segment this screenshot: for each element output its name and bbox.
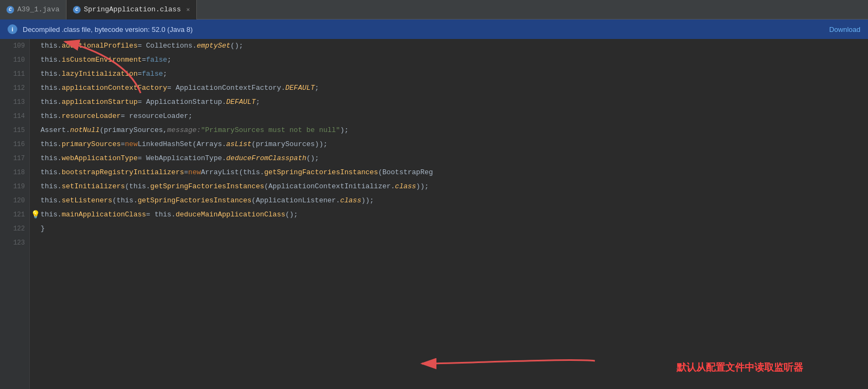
code-line: this.applicationContextFactory = Applica… xyxy=(41,81,868,95)
tab-icon-springapp: C xyxy=(73,6,81,14)
code-token: (ApplicationListener. xyxy=(251,194,340,208)
code-token: = ApplicationContextFactory. xyxy=(167,81,285,95)
code-token: this. xyxy=(41,53,62,67)
code-token: )); xyxy=(361,194,374,208)
code-token: (); xyxy=(286,208,298,222)
code-token: ; xyxy=(315,81,319,95)
code-token: this. xyxy=(41,67,62,81)
tab-label-springapp: SpringApplication.class xyxy=(84,5,181,14)
code-token: this. xyxy=(41,208,62,222)
code-token: )); xyxy=(416,180,428,194)
code-line: this.setListeners(this.getSpringFactorie… xyxy=(41,194,868,208)
code-token: (primarySources, xyxy=(100,123,167,137)
code-token: this. xyxy=(41,166,62,180)
line-number: 121 xyxy=(4,208,25,222)
code-token: false xyxy=(142,67,163,81)
code-token: DEFAULT xyxy=(226,95,256,109)
line-number: 112 xyxy=(4,81,25,95)
code-line: this.setInitializers(this.getSpringFacto… xyxy=(41,180,868,194)
code-line: this.bootstrapRegistryInitializers = new… xyxy=(41,166,868,180)
tab-a39[interactable]: C A39_1.java xyxy=(0,0,67,19)
code-token: getSpringFactoriesInstances xyxy=(150,180,264,194)
line-number: 117 xyxy=(4,151,25,166)
code-token: this. xyxy=(41,95,62,109)
line-number: 116 xyxy=(4,137,25,151)
code-token: = this. xyxy=(146,208,176,222)
code-token: this. xyxy=(41,151,62,166)
code-token: this. xyxy=(41,81,62,95)
code-token: applicationStartup xyxy=(62,95,137,109)
code-line: Assert.notNull(primarySources, message: … xyxy=(41,123,868,137)
code-token: class xyxy=(395,180,416,194)
line-number: 113 xyxy=(4,95,25,109)
code-token: = xyxy=(137,67,142,81)
tab-label-a39: A39_1.java xyxy=(17,5,59,14)
code-token: (); xyxy=(307,151,319,166)
code-area: 1091101111121131141151161171181191201211… xyxy=(0,39,868,389)
line-number: 115 xyxy=(4,123,25,137)
code-token: false xyxy=(146,53,167,67)
code-token: isCustomEnvironment xyxy=(62,53,142,67)
code-line: this.additionalProfiles = Collections.em… xyxy=(41,39,868,53)
code-token: setInitializers xyxy=(62,180,125,194)
code-token: (this. xyxy=(125,180,150,194)
code-token: Assert. xyxy=(41,123,70,137)
info-bar-left: i Decompiled .class file, bytecode versi… xyxy=(8,24,193,34)
line-number: 118 xyxy=(4,166,25,180)
code-token: ); xyxy=(340,123,349,137)
line-number: 120 xyxy=(4,194,25,208)
code-line: this.applicationStartup = ApplicationSta… xyxy=(41,95,868,109)
code-token: (this. xyxy=(112,194,138,208)
tab-close-springapp[interactable]: ✕ xyxy=(186,6,190,13)
code-token: this. xyxy=(41,109,62,123)
code-token: LinkedHashSet(Arrays. xyxy=(137,137,226,151)
code-token: emptySet xyxy=(197,39,230,53)
bulb-icon[interactable]: 💡 xyxy=(31,208,40,222)
code-token: this. xyxy=(41,180,62,194)
code-token: = ApplicationStartup. xyxy=(137,95,226,109)
code-token: = xyxy=(142,53,146,67)
code-token: ; xyxy=(163,67,167,81)
code-token: (BootstrapReg xyxy=(378,166,433,180)
info-message: Decompiled .class file, bytecode version… xyxy=(23,25,193,34)
code-token: ArrayList(this. xyxy=(201,166,264,180)
code-token: new xyxy=(125,137,137,151)
tab-icon-a39: C xyxy=(6,6,14,14)
code-token: (primarySources)); xyxy=(251,137,327,151)
chinese-annotation: 默认从配置文件中读取监听器 xyxy=(677,361,803,374)
code-token: class xyxy=(340,194,361,208)
download-button[interactable]: Download xyxy=(829,25,860,34)
code-token: mainApplicationClass xyxy=(62,208,146,222)
code-token: applicationContextFactory xyxy=(62,81,167,95)
code-token: this. xyxy=(41,137,62,151)
line-numbers: 1091101111121131141151161171181191201211… xyxy=(0,39,30,389)
line-number: 111 xyxy=(4,67,25,81)
code-token: this. xyxy=(41,194,62,208)
line-number: 114 xyxy=(4,109,25,123)
code-token: getSpringFactoriesInstances xyxy=(264,166,379,180)
code-token: getSpringFactoriesInstances xyxy=(137,194,251,208)
info-bar: i Decompiled .class file, bytecode versi… xyxy=(0,19,868,39)
code-token: } xyxy=(41,222,45,236)
line-number: 109 xyxy=(4,39,25,53)
code-token: lazyInitialization xyxy=(62,67,137,81)
code-token: ; xyxy=(167,53,171,67)
line-number: 122 xyxy=(4,222,25,236)
code-line: this.resourceLoader = resourceLoader; xyxy=(41,109,868,123)
code-line: this.primarySources = new LinkedHashSet(… xyxy=(41,137,868,151)
info-icon: i xyxy=(8,24,17,34)
code-line: } xyxy=(41,222,868,236)
code-token: resourceLoader xyxy=(62,109,121,123)
code-token: additionalProfiles xyxy=(62,39,137,53)
code-token: ; xyxy=(256,95,260,109)
code-token: "PrimarySources must not be null" xyxy=(201,123,340,137)
tab-springapp[interactable]: C SpringApplication.class ✕ xyxy=(67,0,197,19)
code-token: webApplicationType xyxy=(62,151,137,166)
line-number: 119 xyxy=(4,180,25,194)
code-token: (ApplicationContextInitializer. xyxy=(264,180,395,194)
code-token: = xyxy=(184,166,188,180)
tab-bar: C A39_1.java C SpringApplication.class ✕ xyxy=(0,0,868,19)
code-token: deduceMainApplicationClass xyxy=(176,208,286,222)
code-token: deduceFromClasspath xyxy=(226,151,306,166)
code-token: notNull xyxy=(70,123,100,137)
